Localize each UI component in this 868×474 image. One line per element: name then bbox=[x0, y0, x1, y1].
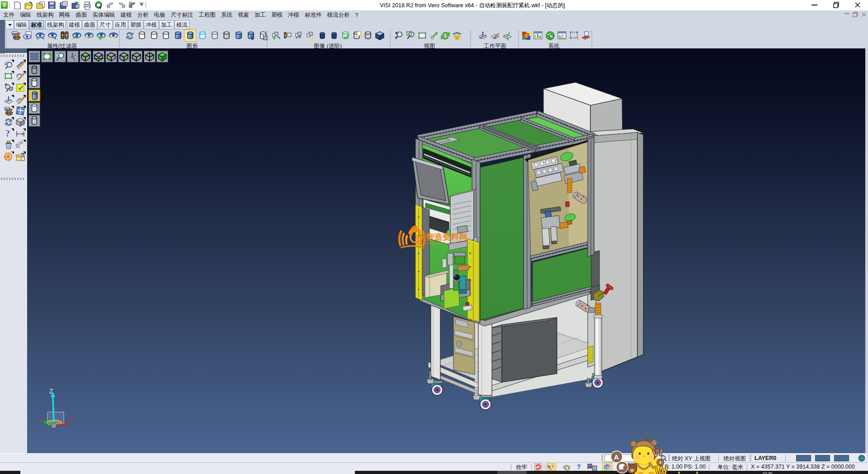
svg-text:?: ? bbox=[5, 128, 10, 138]
